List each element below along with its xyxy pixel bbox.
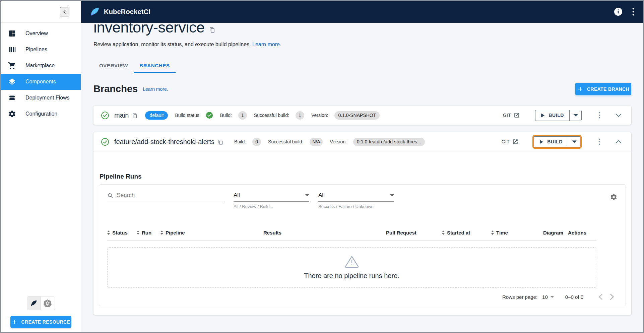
build-count-label: Build: bbox=[220, 113, 232, 118]
copy-title-icon[interactable] bbox=[209, 27, 215, 33]
page-content: inventory-service Review application, mo… bbox=[81, 23, 643, 332]
info-button[interactable] bbox=[614, 7, 623, 16]
sidebar-item-overview[interactable]: Overview bbox=[1, 25, 81, 42]
pipeline-type-select[interactable]: All bbox=[234, 192, 309, 202]
arrow-drop-down-icon bbox=[572, 140, 577, 143]
column-header-actions: Actions bbox=[568, 230, 596, 236]
tab-overview[interactable]: OVERVIEW bbox=[93, 58, 134, 73]
pagination-bar: Rows per page: 10 0–0 of 0 bbox=[107, 288, 618, 306]
empty-message: There are no pipeline runs here. bbox=[304, 272, 399, 280]
main-area: KubeRocketCI inventory-service bbox=[81, 1, 643, 332]
rows-per-page-select[interactable]: 10 bbox=[542, 294, 554, 300]
sidebar-item-label: Marketplace bbox=[25, 63, 55, 69]
copy-branch-name-icon[interactable] bbox=[132, 113, 137, 118]
branch-actions-menu-button[interactable] bbox=[594, 137, 604, 147]
build-dropdown-button[interactable] bbox=[569, 110, 581, 121]
sort-icon bbox=[137, 230, 139, 235]
successful-build-chip: N/A bbox=[310, 138, 323, 146]
search-input[interactable] bbox=[117, 192, 224, 199]
column-header-status[interactable]: Status bbox=[107, 230, 137, 236]
info-icon bbox=[614, 7, 623, 16]
git-link[interactable]: GIT bbox=[503, 112, 520, 118]
build-split-button: BUILD bbox=[534, 136, 580, 147]
search-field bbox=[107, 192, 224, 201]
build-dropdown-button[interactable] bbox=[568, 137, 580, 147]
column-header-run[interactable]: Run bbox=[137, 230, 160, 236]
column-header-started-at[interactable]: Started at bbox=[442, 230, 491, 236]
sidebar-item-configuration[interactable]: Configuration bbox=[1, 106, 81, 122]
pipelines-icon bbox=[8, 46, 16, 54]
description-learn-more-link[interactable]: Learn more. bbox=[252, 42, 281, 47]
tab-branches[interactable]: BRANCHES bbox=[134, 58, 176, 73]
pipeline-runs-panel: All All / Review / Build... All bbox=[99, 184, 626, 306]
play-icon bbox=[541, 113, 545, 118]
sidebar-item-marketplace[interactable]: Marketplace bbox=[1, 58, 81, 74]
app-brand[interactable]: KubeRocketCI bbox=[90, 7, 150, 17]
sidebar-item-label: Deployment Flows bbox=[25, 95, 70, 101]
git-link[interactable]: GIT bbox=[502, 139, 519, 145]
tabs: OVERVIEW BRANCHES bbox=[93, 58, 631, 73]
column-header-pipeline[interactable]: Pipeline bbox=[160, 230, 263, 236]
previous-page-button[interactable] bbox=[595, 291, 606, 303]
open-in-new-icon bbox=[514, 112, 520, 118]
successful-build-label: Successful build: bbox=[254, 113, 289, 118]
kebab-menu-icon bbox=[632, 7, 635, 16]
build-count-chip: 1 bbox=[238, 111, 247, 120]
kubernetes-icon bbox=[43, 299, 52, 308]
build-status-label: Build status bbox=[175, 113, 199, 118]
build-button[interactable]: BUILD bbox=[535, 110, 569, 121]
kuberocketci-view-toggle[interactable] bbox=[27, 296, 41, 310]
branch-status-success-icon bbox=[101, 111, 109, 120]
filters-row: All All / Review / Build... All bbox=[107, 190, 618, 209]
page-title-wrap: inventory-service bbox=[93, 23, 631, 36]
empty-state: There are no pipeline runs here. bbox=[107, 247, 596, 288]
overflow-menu-button[interactable] bbox=[632, 7, 635, 16]
sidebar-item-deployment-flows[interactable]: Deployment Flows bbox=[1, 90, 81, 106]
build-status-success-icon bbox=[206, 112, 213, 119]
create-resource-label: CREATE RESOURCE bbox=[21, 319, 70, 325]
copy-branch-name-icon[interactable] bbox=[218, 140, 223, 145]
branch-actions-menu-button[interactable] bbox=[594, 110, 604, 120]
table-header-row: Status Run Pipeline Results bbox=[107, 230, 596, 241]
build-button[interactable]: BUILD bbox=[534, 137, 568, 147]
create-branch-button[interactable]: CREATE BRANCH bbox=[575, 83, 631, 95]
caret-down-icon bbox=[305, 194, 309, 196]
status-value: All bbox=[318, 192, 325, 199]
caret-down-icon bbox=[390, 194, 394, 196]
cart-icon bbox=[8, 62, 16, 70]
sidebar-item-components[interactable]: Components bbox=[1, 74, 81, 90]
table-settings-button[interactable] bbox=[610, 193, 618, 201]
sidebar-item-pipelines[interactable]: Pipelines bbox=[1, 42, 81, 58]
sort-icon bbox=[107, 230, 110, 235]
arrow-drop-down-icon bbox=[573, 114, 578, 117]
status-select[interactable]: All bbox=[318, 192, 394, 202]
search-icon bbox=[107, 192, 113, 199]
sidebar-item-label: Pipelines bbox=[25, 47, 47, 53]
play-icon bbox=[539, 140, 543, 144]
column-header-time[interactable]: Time bbox=[491, 230, 543, 236]
branch-name: feature/add-stock-threshold-alerts bbox=[114, 138, 214, 146]
app-title: KubeRocketCI bbox=[104, 8, 150, 16]
version-chip: 0.1.0-feature/add-stock-thres... bbox=[353, 138, 425, 146]
version-label: Version: bbox=[311, 113, 328, 118]
quill-icon bbox=[30, 299, 38, 307]
gear-icon bbox=[8, 110, 16, 118]
column-header-pull-request: Pull Request bbox=[386, 230, 442, 236]
dashboard-icon bbox=[8, 29, 16, 38]
sidebar-collapse-button[interactable] bbox=[60, 7, 69, 16]
sort-icon bbox=[491, 230, 494, 235]
chevron-down-icon bbox=[616, 114, 622, 117]
next-page-button[interactable] bbox=[606, 291, 618, 303]
expand-branch-button[interactable] bbox=[613, 110, 624, 121]
column-header-results: Results bbox=[263, 230, 386, 236]
status-helper: Success / Failure / Unknown bbox=[318, 204, 394, 209]
create-resource-button[interactable]: CREATE RESOURCE bbox=[10, 316, 71, 328]
kuberocketci-logo-icon bbox=[90, 7, 100, 17]
build-split-button: BUILD bbox=[535, 110, 582, 121]
version-chip: 0.1.0-SNAPSHOT bbox=[334, 111, 380, 120]
branch-expanded-body: Pipeline Runs All bbox=[93, 151, 631, 315]
pipeline-type-helper: All / Review / Build... bbox=[234, 204, 309, 209]
branches-learn-more-link[interactable]: Learn more. bbox=[143, 86, 168, 92]
collapse-branch-button[interactable] bbox=[613, 136, 624, 147]
kubernetes-view-toggle[interactable] bbox=[41, 296, 55, 310]
